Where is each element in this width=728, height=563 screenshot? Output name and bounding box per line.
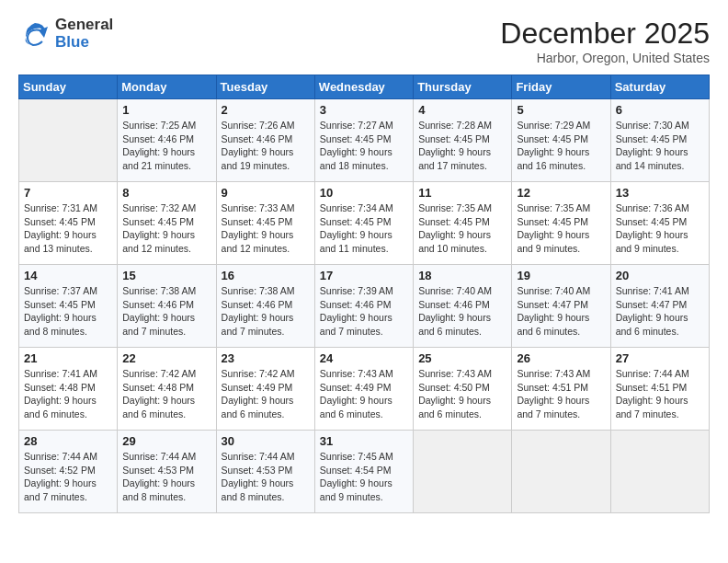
day-number: 30 xyxy=(222,434,310,448)
day-info: Sunrise: 7:43 AM Sunset: 4:50 PM Dayligh… xyxy=(418,367,506,421)
calendar-cell: 28Sunrise: 7:44 AM Sunset: 4:52 PM Dayli… xyxy=(19,431,118,513)
calendar-cell: 22Sunrise: 7:42 AM Sunset: 4:48 PM Dayli… xyxy=(118,348,216,431)
calendar-cell: 24Sunrise: 7:43 AM Sunset: 4:49 PM Dayli… xyxy=(314,348,413,431)
weekday-header-friday: Friday xyxy=(512,75,610,99)
day-number: 10 xyxy=(320,186,408,200)
day-number: 31 xyxy=(320,434,408,448)
weekday-header-sunday: Sunday xyxy=(19,75,118,99)
logo-text: General Blue xyxy=(55,17,113,51)
day-info: Sunrise: 7:45 AM Sunset: 4:54 PM Dayligh… xyxy=(320,450,408,504)
weekday-header-monday: Monday xyxy=(118,75,216,99)
day-number: 13 xyxy=(616,186,704,200)
day-number: 20 xyxy=(616,269,704,282)
calendar-cell: 31Sunrise: 7:45 AM Sunset: 4:54 PM Dayli… xyxy=(314,431,413,513)
day-info: Sunrise: 7:39 AM Sunset: 4:46 PM Dayligh… xyxy=(320,284,408,339)
day-info: Sunrise: 7:35 AM Sunset: 4:45 PM Dayligh… xyxy=(517,201,605,256)
week-row-2: 7Sunrise: 7:31 AM Sunset: 4:45 PM Daylig… xyxy=(19,182,710,265)
calendar-cell: 9Sunrise: 7:33 AM Sunset: 4:45 PM Daylig… xyxy=(216,182,314,265)
day-number: 3 xyxy=(320,103,408,117)
day-number: 16 xyxy=(222,269,310,282)
day-info: Sunrise: 7:43 AM Sunset: 4:51 PM Dayligh… xyxy=(517,367,605,421)
day-info: Sunrise: 7:38 AM Sunset: 4:46 PM Dayligh… xyxy=(122,284,210,339)
calendar-cell: 10Sunrise: 7:34 AM Sunset: 4:45 PM Dayli… xyxy=(314,182,413,265)
title-block: December 2025 Harbor, Oregon, United Sta… xyxy=(500,17,710,65)
calendar-cell xyxy=(512,431,610,513)
day-info: Sunrise: 7:33 AM Sunset: 4:45 PM Dayligh… xyxy=(222,201,310,256)
day-number: 27 xyxy=(616,351,704,365)
calendar-cell: 27Sunrise: 7:44 AM Sunset: 4:51 PM Dayli… xyxy=(610,348,709,431)
calendar-cell: 3Sunrise: 7:27 AM Sunset: 4:45 PM Daylig… xyxy=(314,99,413,182)
day-info: Sunrise: 7:38 AM Sunset: 4:46 PM Dayligh… xyxy=(222,284,310,339)
day-info: Sunrise: 7:44 AM Sunset: 4:53 PM Dayligh… xyxy=(222,450,310,504)
calendar-cell: 2Sunrise: 7:26 AM Sunset: 4:46 PM Daylig… xyxy=(216,99,314,182)
calendar-cell: 19Sunrise: 7:40 AM Sunset: 4:47 PM Dayli… xyxy=(512,265,610,348)
calendar-cell: 30Sunrise: 7:44 AM Sunset: 4:53 PM Dayli… xyxy=(216,431,314,513)
calendar-title: December 2025 xyxy=(500,17,710,51)
day-number: 17 xyxy=(320,269,408,282)
day-number: 7 xyxy=(24,186,112,200)
day-info: Sunrise: 7:42 AM Sunset: 4:48 PM Dayligh… xyxy=(122,367,210,421)
calendar-cell: 6Sunrise: 7:30 AM Sunset: 4:45 PM Daylig… xyxy=(610,99,709,182)
calendar-cell: 26Sunrise: 7:43 AM Sunset: 4:51 PM Dayli… xyxy=(512,348,610,431)
calendar-cell: 13Sunrise: 7:36 AM Sunset: 4:45 PM Dayli… xyxy=(610,182,709,265)
calendar-cell: 18Sunrise: 7:40 AM Sunset: 4:46 PM Dayli… xyxy=(414,265,512,348)
calendar-cell: 21Sunrise: 7:41 AM Sunset: 4:48 PM Dayli… xyxy=(19,348,118,431)
day-number: 14 xyxy=(24,269,112,282)
day-info: Sunrise: 7:26 AM Sunset: 4:46 PM Dayligh… xyxy=(222,119,310,173)
calendar-cell: 12Sunrise: 7:35 AM Sunset: 4:45 PM Dayli… xyxy=(512,182,610,265)
week-row-5: 28Sunrise: 7:44 AM Sunset: 4:52 PM Dayli… xyxy=(19,431,710,513)
day-info: Sunrise: 7:25 AM Sunset: 4:46 PM Dayligh… xyxy=(122,119,210,173)
calendar-cell xyxy=(610,431,709,513)
day-number: 4 xyxy=(418,103,506,117)
day-number: 18 xyxy=(418,269,506,282)
calendar-cell: 11Sunrise: 7:35 AM Sunset: 4:45 PM Dayli… xyxy=(414,182,512,265)
day-info: Sunrise: 7:44 AM Sunset: 4:51 PM Dayligh… xyxy=(616,367,704,421)
calendar-cell: 1Sunrise: 7:25 AM Sunset: 4:46 PM Daylig… xyxy=(118,99,216,182)
day-info: Sunrise: 7:32 AM Sunset: 4:45 PM Dayligh… xyxy=(122,201,210,256)
calendar-cell xyxy=(19,99,118,182)
day-info: Sunrise: 7:41 AM Sunset: 4:48 PM Dayligh… xyxy=(24,367,112,421)
day-info: Sunrise: 7:37 AM Sunset: 4:45 PM Dayligh… xyxy=(24,284,112,339)
day-number: 26 xyxy=(517,351,605,365)
weekday-header-wednesday: Wednesday xyxy=(314,75,413,99)
calendar-cell: 8Sunrise: 7:32 AM Sunset: 4:45 PM Daylig… xyxy=(118,182,216,265)
day-number: 11 xyxy=(418,186,506,200)
day-info: Sunrise: 7:44 AM Sunset: 4:53 PM Dayligh… xyxy=(122,450,210,504)
day-info: Sunrise: 7:29 AM Sunset: 4:45 PM Dayligh… xyxy=(517,119,605,173)
weekday-header-thursday: Thursday xyxy=(414,75,512,99)
day-number: 28 xyxy=(24,434,112,448)
calendar-cell: 25Sunrise: 7:43 AM Sunset: 4:50 PM Dayli… xyxy=(414,348,512,431)
calendar-cell xyxy=(414,431,512,513)
calendar-cell: 23Sunrise: 7:42 AM Sunset: 4:49 PM Dayli… xyxy=(216,348,314,431)
header: General Blue December 2025 Harbor, Orego… xyxy=(18,17,710,65)
day-number: 6 xyxy=(616,103,704,117)
day-number: 24 xyxy=(320,351,408,365)
day-info: Sunrise: 7:27 AM Sunset: 4:45 PM Dayligh… xyxy=(320,119,408,173)
day-info: Sunrise: 7:36 AM Sunset: 4:45 PM Dayligh… xyxy=(616,201,704,256)
week-row-3: 14Sunrise: 7:37 AM Sunset: 4:45 PM Dayli… xyxy=(19,265,710,348)
day-info: Sunrise: 7:44 AM Sunset: 4:52 PM Dayligh… xyxy=(24,450,112,504)
week-row-1: 1Sunrise: 7:25 AM Sunset: 4:46 PM Daylig… xyxy=(19,99,710,182)
day-number: 19 xyxy=(517,269,605,282)
weekday-header-tuesday: Tuesday xyxy=(216,75,314,99)
day-number: 15 xyxy=(122,269,210,282)
calendar-cell: 14Sunrise: 7:37 AM Sunset: 4:45 PM Dayli… xyxy=(19,265,118,348)
day-info: Sunrise: 7:35 AM Sunset: 4:45 PM Dayligh… xyxy=(418,201,506,256)
weekday-header-saturday: Saturday xyxy=(610,75,709,99)
day-info: Sunrise: 7:34 AM Sunset: 4:45 PM Dayligh… xyxy=(320,201,408,256)
day-number: 5 xyxy=(517,103,605,117)
day-info: Sunrise: 7:43 AM Sunset: 4:49 PM Dayligh… xyxy=(320,367,408,421)
calendar-cell: 16Sunrise: 7:38 AM Sunset: 4:46 PM Dayli… xyxy=(216,265,314,348)
calendar-header-row: SundayMondayTuesdayWednesdayThursdayFrid… xyxy=(19,75,710,99)
calendar-cell: 15Sunrise: 7:38 AM Sunset: 4:46 PM Dayli… xyxy=(118,265,216,348)
calendar-cell: 20Sunrise: 7:41 AM Sunset: 4:47 PM Dayli… xyxy=(610,265,709,348)
day-number: 12 xyxy=(517,186,605,200)
day-number: 23 xyxy=(222,351,310,365)
day-number: 25 xyxy=(418,351,506,365)
day-info: Sunrise: 7:31 AM Sunset: 4:45 PM Dayligh… xyxy=(24,201,112,256)
calendar-table: SundayMondayTuesdayWednesdayThursdayFrid… xyxy=(18,75,710,513)
day-number: 2 xyxy=(222,103,310,117)
page: General Blue December 2025 Harbor, Orego… xyxy=(0,0,728,563)
day-info: Sunrise: 7:40 AM Sunset: 4:47 PM Dayligh… xyxy=(517,284,605,339)
day-number: 22 xyxy=(122,351,210,365)
